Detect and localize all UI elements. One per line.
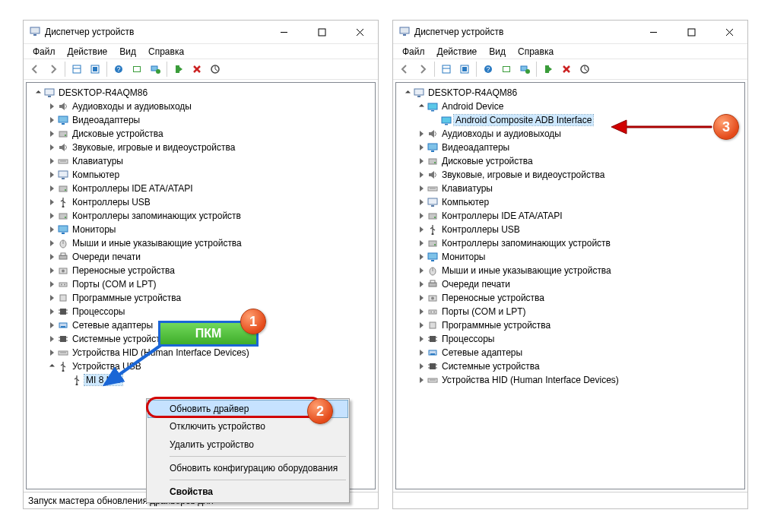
expand-open-icon[interactable] bbox=[402, 87, 413, 98]
expand-closed-icon[interactable] bbox=[416, 347, 427, 358]
expand-closed-icon[interactable] bbox=[416, 128, 427, 139]
tree-node[interactable]: Клавиатуры bbox=[396, 182, 744, 195]
close-button[interactable] bbox=[343, 21, 376, 43]
uninstall-button[interactable] bbox=[558, 61, 575, 78]
scan-changes-button[interactable] bbox=[576, 61, 593, 78]
uninstall-button[interactable] bbox=[189, 61, 205, 78]
expand-closed-icon[interactable] bbox=[46, 128, 57, 139]
expand-closed-icon[interactable] bbox=[46, 211, 57, 221]
expand-open-icon[interactable] bbox=[416, 101, 427, 112]
tree-node[interactable]: Контроллеры IDE ATA/ATAPI bbox=[27, 182, 375, 195]
tree-node[interactable]: Дисковые устройства bbox=[396, 154, 744, 168]
expand-closed-icon[interactable] bbox=[46, 224, 57, 235]
expand-closed-icon[interactable] bbox=[416, 142, 427, 153]
expand-closed-icon[interactable] bbox=[416, 320, 427, 331]
tree-node[interactable]: Программные устройства bbox=[27, 291, 375, 305]
menu-action[interactable]: Действие bbox=[63, 45, 113, 59]
tree-node[interactable]: Мониторы bbox=[27, 223, 375, 236]
expand-closed-icon[interactable] bbox=[46, 197, 57, 207]
expand-closed-icon[interactable] bbox=[416, 361, 427, 372]
tree-node[interactable]: Контроллеры USB bbox=[27, 195, 375, 209]
expand-closed-icon[interactable] bbox=[46, 265, 57, 276]
tree-node[interactable]: Контроллеры IDE ATA/ATAPI bbox=[396, 209, 744, 223]
forward-button[interactable] bbox=[45, 61, 62, 78]
expand-closed-icon[interactable] bbox=[46, 252, 57, 262]
tree-node[interactable]: Контроллеры запоминающих устройств bbox=[396, 236, 744, 250]
tree-node[interactable]: Устройства HID (Human Interface Devices) bbox=[396, 373, 744, 387]
expand-closed-icon[interactable] bbox=[46, 115, 57, 125]
expand-closed-icon[interactable] bbox=[416, 252, 427, 262]
maximize-button[interactable] bbox=[305, 21, 338, 43]
tree-node[interactable]: Устройства HID (Human Interface Devices) bbox=[27, 346, 375, 359]
show-hidden-button[interactable] bbox=[68, 61, 85, 78]
expand-closed-icon[interactable] bbox=[46, 169, 57, 180]
expand-closed-icon[interactable] bbox=[416, 224, 427, 235]
menu-file[interactable]: Файл bbox=[28, 45, 60, 59]
expand-closed-icon[interactable] bbox=[416, 238, 427, 249]
help-button[interactable]: ? bbox=[480, 61, 497, 78]
expand-closed-icon[interactable] bbox=[416, 293, 427, 303]
expand-closed-icon[interactable] bbox=[416, 197, 427, 207]
scan-button[interactable] bbox=[128, 61, 145, 78]
menu-view[interactable]: Вид bbox=[484, 45, 510, 59]
menu-help[interactable]: Справка bbox=[513, 45, 558, 59]
update-driver-button[interactable] bbox=[147, 61, 163, 78]
help-button[interactable]: ? bbox=[110, 61, 127, 78]
expand-closed-icon[interactable] bbox=[416, 334, 427, 344]
tree-node[interactable]: Порты (COM и LPT) bbox=[396, 305, 744, 318]
tree-node[interactable]: Очереди печати bbox=[396, 277, 744, 291]
expand-closed-icon[interactable] bbox=[46, 293, 57, 303]
tree-node[interactable]: Мыши и иные указывающие устройства bbox=[27, 236, 375, 250]
tree-node[interactable]: Контроллеры запоминающих устройств bbox=[27, 209, 375, 223]
tree-node[interactable]: Android Device bbox=[396, 100, 744, 113]
tree-node[interactable]: Компьютер bbox=[396, 195, 744, 209]
tree-node[interactable]: Звуковые, игровые и видеоустройства bbox=[396, 168, 744, 182]
close-button[interactable] bbox=[712, 21, 746, 43]
tree-node[interactable]: Видеоадаптеры bbox=[396, 141, 744, 154]
tree-node[interactable]: Переносные устройства bbox=[27, 264, 375, 277]
tree-node[interactable]: Компьютер bbox=[27, 168, 375, 182]
tree-node[interactable]: Звуковые, игровые и видеоустройства bbox=[27, 141, 375, 154]
expand-closed-icon[interactable] bbox=[46, 238, 57, 249]
expand-closed-icon[interactable] bbox=[46, 183, 57, 194]
tree-node[interactable]: Видеоадаптеры bbox=[27, 113, 375, 127]
expand-closed-icon[interactable] bbox=[416, 169, 427, 180]
expand-closed-icon[interactable] bbox=[416, 211, 427, 221]
expand-closed-icon[interactable] bbox=[46, 101, 57, 112]
ctx-uninstall-device[interactable]: Удалить устройство bbox=[148, 435, 347, 454]
tree-node[interactable]: Контроллеры USB bbox=[396, 223, 744, 236]
expand-closed-icon[interactable] bbox=[46, 156, 57, 166]
expand-closed-icon[interactable] bbox=[46, 279, 57, 290]
show-hidden-button[interactable] bbox=[438, 61, 455, 78]
menu-file[interactable]: Файл bbox=[398, 45, 430, 59]
tree-node[interactable]: Системные устройства bbox=[396, 359, 744, 373]
minimize-button[interactable] bbox=[267, 21, 300, 43]
expand-open-icon[interactable] bbox=[46, 361, 57, 372]
tree-node[interactable]: MI 8 Lite bbox=[27, 373, 375, 387]
menu-view[interactable]: Вид bbox=[115, 45, 141, 59]
menu-action[interactable]: Действие bbox=[433, 45, 482, 59]
expand-closed-icon[interactable] bbox=[416, 265, 427, 276]
tree-node[interactable]: Очереди печати bbox=[27, 250, 375, 264]
expand-closed-icon[interactable] bbox=[46, 334, 57, 344]
expand-closed-icon[interactable] bbox=[416, 183, 427, 194]
tree-node[interactable]: Процессоры bbox=[27, 305, 375, 318]
tree-node[interactable]: Процессоры bbox=[396, 332, 744, 346]
expand-closed-icon[interactable] bbox=[46, 347, 57, 358]
back-button[interactable] bbox=[27, 61, 43, 78]
scan-button[interactable] bbox=[498, 61, 515, 78]
expand-closed-icon[interactable] bbox=[46, 306, 57, 317]
tree-node[interactable]: Порты (COM и LPT) bbox=[27, 277, 375, 291]
properties-button[interactable] bbox=[456, 61, 473, 78]
ctx-properties[interactable]: Свойства bbox=[148, 483, 347, 501]
expand-closed-icon[interactable] bbox=[416, 375, 427, 385]
expand-closed-icon[interactable] bbox=[416, 306, 427, 317]
tree-node[interactable]: Переносные устройства bbox=[396, 291, 744, 305]
expand-closed-icon[interactable] bbox=[416, 156, 427, 166]
back-button[interactable] bbox=[396, 61, 413, 78]
expand-closed-icon[interactable] bbox=[46, 320, 57, 331]
update-driver-button[interactable] bbox=[516, 61, 533, 78]
expand-open-icon[interactable] bbox=[33, 87, 43, 98]
tree-node[interactable]: Аудиовходы и аудиовыходы bbox=[27, 100, 375, 113]
minimize-button[interactable] bbox=[636, 21, 670, 43]
